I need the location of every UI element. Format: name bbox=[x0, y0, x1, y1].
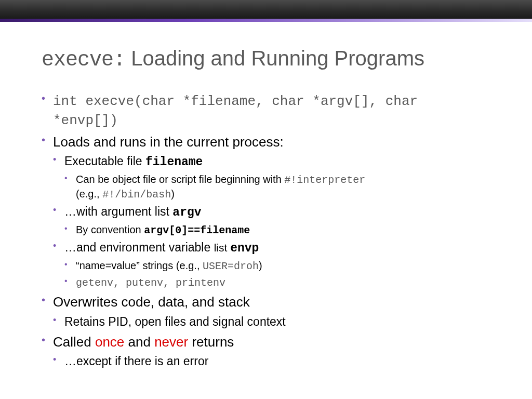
text: …with argument list bbox=[64, 205, 172, 218]
text: …except if there is an error bbox=[64, 354, 208, 368]
title-code: execve: bbox=[42, 48, 125, 72]
text: returns bbox=[188, 334, 234, 350]
code: envp bbox=[230, 242, 259, 255]
bullet-retains: Retains PID, open files and signal conte… bbox=[53, 314, 490, 330]
code: USER=droh bbox=[203, 260, 259, 272]
bullet-argv0: By convention argv[0]==filename bbox=[64, 223, 490, 237]
code: getenv, putenv, printenv bbox=[76, 277, 225, 289]
bullet-list: int execve(char *filename, char *argv[],… bbox=[42, 91, 490, 369]
bullet-namevalue: “name=value” strings (e.g., USER=droh) bbox=[64, 259, 490, 273]
bullet-called: Called once and never returns …except if… bbox=[42, 333, 490, 369]
code: #!interpreter bbox=[284, 174, 365, 186]
text: By convention bbox=[76, 224, 144, 235]
top-bar bbox=[0, 0, 532, 19]
text: ) bbox=[259, 260, 262, 271]
bullet-argv: …with argument list argv By convention a… bbox=[53, 204, 490, 237]
text: Retains PID, open files and signal conte… bbox=[64, 315, 286, 328]
code: argv bbox=[172, 206, 201, 219]
text: Called bbox=[53, 334, 95, 350]
text: (e.g., bbox=[76, 188, 102, 200]
code: filename bbox=[145, 155, 203, 169]
bullet-envp: …and environment variable list envp “nam… bbox=[53, 240, 490, 290]
text-small: list bbox=[214, 242, 231, 254]
bullet-object-file: Can be object file or script file beginn… bbox=[64, 172, 490, 202]
slide: execve: Loading and Running Programs int… bbox=[0, 0, 532, 399]
code: argv[0]==filename bbox=[144, 224, 250, 236]
title-text: Loading and Running Programs bbox=[125, 47, 424, 70]
text-red: never bbox=[154, 334, 188, 350]
bullet-executable: Executable file filename Can be object f… bbox=[53, 153, 490, 202]
bullet-env-funcs: getenv, putenv, printenv bbox=[64, 275, 490, 290]
slide-title: execve: Loading and Running Programs bbox=[42, 47, 490, 72]
bullet-signature: int execve(char *filename, char *argv[],… bbox=[42, 91, 490, 130]
text: “name=value” strings (e.g., bbox=[76, 260, 203, 271]
text: Overwrites code, data, and stack bbox=[53, 294, 250, 310]
bullet-loads: Loads and runs in the current process: E… bbox=[42, 133, 490, 290]
text: …and environment variable bbox=[64, 241, 214, 254]
text: Loads and runs in the current process: bbox=[53, 134, 284, 150]
text-red: once bbox=[95, 334, 124, 350]
code: #!/bin/bash bbox=[102, 189, 171, 201]
bullet-overwrites: Overwrites code, data, and stack Retains… bbox=[42, 293, 490, 329]
text: and bbox=[124, 334, 154, 350]
bullet-except: …except if there is an error bbox=[53, 353, 490, 369]
text: ) bbox=[171, 188, 175, 200]
text: Executable file bbox=[64, 154, 145, 168]
slide-content: execve: Loading and Running Programs int… bbox=[0, 22, 532, 369]
text: Can be object file or script file beginn… bbox=[76, 174, 284, 185]
signature-text: int execve(char *filename, char *argv[],… bbox=[53, 94, 418, 128]
